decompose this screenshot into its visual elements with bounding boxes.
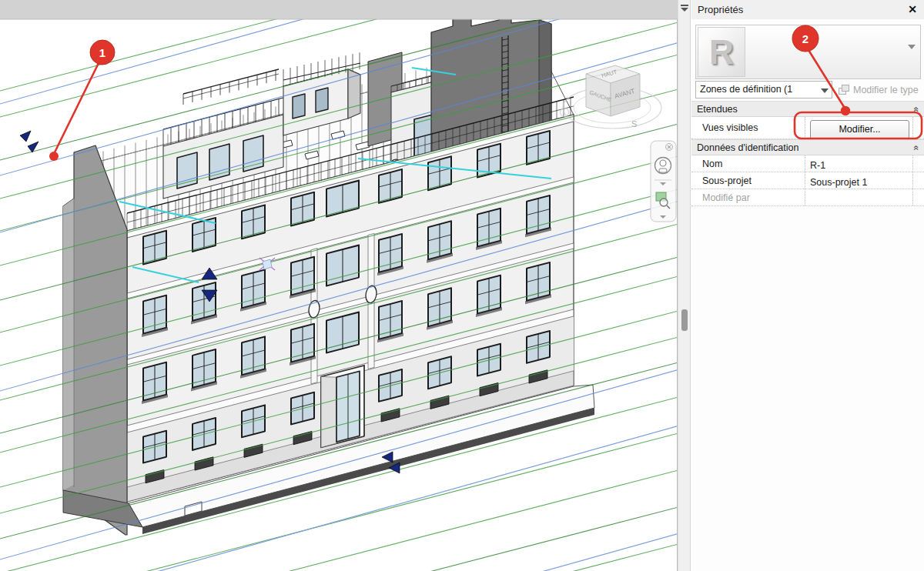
viewcube-south-label[interactable]: S <box>631 119 637 129</box>
property-value <box>805 189 913 205</box>
close-icon[interactable]: ✕ <box>908 3 917 15</box>
section-donnees-identification[interactable]: Données d'identification « <box>691 139 924 155</box>
property-label: Vues visibles <box>691 117 805 139</box>
property-row-modifie-par: Modifié par <box>691 189 924 206</box>
panel-empty-area <box>691 206 924 560</box>
property-label: Sous-projet <box>691 172 805 189</box>
type-thumbnail: R <box>698 27 745 77</box>
viewport-top-strip <box>0 0 678 19</box>
revit-logo: R <box>709 33 734 72</box>
navigation-bar[interactable] <box>651 141 676 222</box>
property-row-sous-projet[interactable]: Sous-projet Sous-projet 1 <box>691 172 924 189</box>
chevron-down-icon[interactable] <box>908 49 916 60</box>
panel-splitter[interactable] <box>678 0 691 571</box>
property-label: Modifié par <box>691 189 805 205</box>
panel-header: Propriétés ✕ <box>691 0 924 19</box>
navbar-close-icon[interactable] <box>666 144 673 151</box>
edit-type-icon <box>839 85 850 95</box>
type-selector[interactable]: R <box>695 25 921 79</box>
type-filter-value: Zones de définition (1 <box>700 84 792 95</box>
callout-1-number: 1 <box>99 46 105 59</box>
model-canvas[interactable]: S HAUT GAUCHE AVANT <box>0 0 678 571</box>
properties-panel: Propriétés ✕ R Zones de définition (1 Mo… <box>691 0 924 571</box>
steering-wheel-icon[interactable] <box>655 158 671 174</box>
scrollbar-handle[interactable] <box>681 309 688 331</box>
collapse-section-icon[interactable]: « <box>912 107 922 111</box>
property-label: Nom <box>691 155 805 172</box>
collapse-section-icon[interactable]: « <box>912 145 922 149</box>
property-value[interactable]: R-1 <box>805 155 913 172</box>
modifier-button[interactable]: Modifier... <box>810 120 909 139</box>
property-row-nom[interactable]: Nom R-1 <box>691 155 924 172</box>
collapse-viewport-icon[interactable] <box>680 5 689 12</box>
panel-title: Propriétés <box>698 4 743 15</box>
section-etendues[interactable]: Etendues « <box>691 101 924 117</box>
left-gable-wall <box>63 145 127 535</box>
property-row-vues-visibles: Vues visibles Modifier... <box>691 117 924 139</box>
revit-window: S HAUT GAUCHE AVANT <box>0 0 924 571</box>
viewport-3d[interactable]: S HAUT GAUCHE AVANT <box>0 0 678 571</box>
edit-type-button[interactable]: Modifier le type <box>839 81 919 99</box>
type-filter-combo[interactable]: Zones de définition (1 <box>695 81 832 99</box>
property-value[interactable]: Sous-projet 1 <box>805 172 913 189</box>
